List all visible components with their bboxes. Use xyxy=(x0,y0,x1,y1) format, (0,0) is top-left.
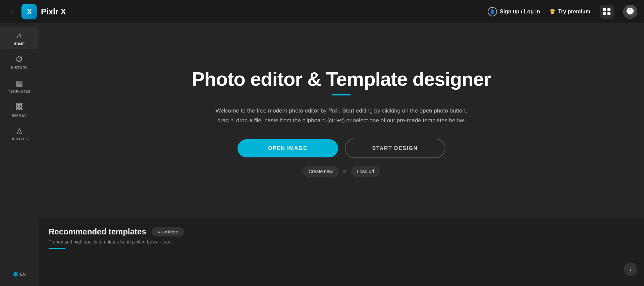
app-title: Pixlr X xyxy=(41,7,66,16)
content: Photo editor & Template designer Welcome… xyxy=(39,23,644,286)
history-icon: ⏱ xyxy=(15,55,23,64)
templates-section-wrapper: Recommended templates View More Trendy a… xyxy=(39,218,644,286)
hero-title: Photo editor & Template designer xyxy=(192,68,491,90)
topbar: ‹ X Pixlr X 👤 Sign up / Log in ♛ Try pre… xyxy=(0,0,644,23)
sidebar-item-updates[interactable]: △ UPDATES xyxy=(0,122,39,144)
templates-subtitle: Trendy and high quality templates hand p… xyxy=(49,239,634,244)
templates-header: Recommended templates View More xyxy=(49,227,634,236)
topbar-left: ‹ X Pixlr X xyxy=(7,4,66,19)
profile-button[interactable]: 🅟 xyxy=(623,5,637,19)
sidebar-bottom: 🌐 EN xyxy=(0,266,39,283)
main-layout: ⌂ HOME ⏱ HISTORY ▦ TEMPLATES 🖼 IMAGES △ … xyxy=(0,23,644,286)
lang-label: EN xyxy=(20,272,26,277)
hero-section: Photo editor & Template designer Welcome… xyxy=(39,23,644,218)
templates-underline xyxy=(49,248,65,249)
sidebar-label-images: IMAGES xyxy=(12,114,26,117)
sidebar-label-updates: UPDATES xyxy=(10,137,28,141)
apps-button[interactable] xyxy=(600,5,614,19)
next-icon: › xyxy=(630,266,632,273)
crown-icon: ♛ xyxy=(549,8,555,16)
app-icon: X xyxy=(21,4,37,19)
profile-icon: 🅟 xyxy=(624,5,637,18)
hero-links: Create new or Load url xyxy=(303,166,380,177)
hero-divider xyxy=(332,94,351,95)
updates-icon: △ xyxy=(16,127,22,135)
create-new-button[interactable]: Create new xyxy=(303,166,339,177)
images-icon: 🖼 xyxy=(15,103,23,112)
sidebar: ⌂ HOME ⏱ HISTORY ▦ TEMPLATES 🖼 IMAGES △ … xyxy=(0,23,39,286)
sidebar-item-images[interactable]: 🖼 IMAGES xyxy=(0,98,39,121)
sidebar-item-templates[interactable]: ▦ TEMPLATES xyxy=(0,74,39,97)
apps-grid-icon xyxy=(603,8,610,15)
start-design-button[interactable]: START DESIGN xyxy=(345,139,445,158)
view-more-button[interactable]: View More xyxy=(152,227,184,236)
load-url-button[interactable]: Load url xyxy=(351,166,380,177)
premium-button[interactable]: ♛ Try premium xyxy=(549,8,590,16)
topbar-right: 👤 Sign up / Log in ♛ Try premium 🅟 xyxy=(488,5,637,19)
hero-description: Welcome to the free modern photo editor … xyxy=(214,106,469,126)
signup-button[interactable]: 👤 Sign up / Log in xyxy=(488,7,540,16)
sidebar-label-history: HISTORY xyxy=(11,66,28,70)
user-icon: 👤 xyxy=(488,7,497,16)
back-icon: ‹ xyxy=(11,8,13,15)
home-icon: ⌂ xyxy=(17,31,22,40)
sidebar-item-history[interactable]: ⏱ HISTORY xyxy=(0,51,39,73)
hero-buttons: OPEN IMAGE START DESIGN xyxy=(237,139,445,158)
globe-icon: 🌐 xyxy=(13,272,18,277)
premium-label: Try premium xyxy=(558,9,590,15)
sidebar-label-home: HOME xyxy=(14,42,25,46)
templates-icon: ▦ xyxy=(16,79,23,88)
next-button[interactable]: › xyxy=(624,263,637,276)
or-label: or xyxy=(343,169,347,174)
language-button[interactable]: 🌐 EN xyxy=(10,269,29,279)
sidebar-label-templates: TEMPLATES xyxy=(8,90,31,93)
open-image-button[interactable]: OPEN IMAGE xyxy=(237,139,338,157)
back-button[interactable]: ‹ xyxy=(7,6,17,17)
signup-label: Sign up / Log in xyxy=(500,9,540,15)
templates-title: Recommended templates xyxy=(49,227,146,236)
templates-section: Recommended templates View More Trendy a… xyxy=(39,218,644,256)
sidebar-item-home[interactable]: ⌂ HOME xyxy=(0,27,39,49)
